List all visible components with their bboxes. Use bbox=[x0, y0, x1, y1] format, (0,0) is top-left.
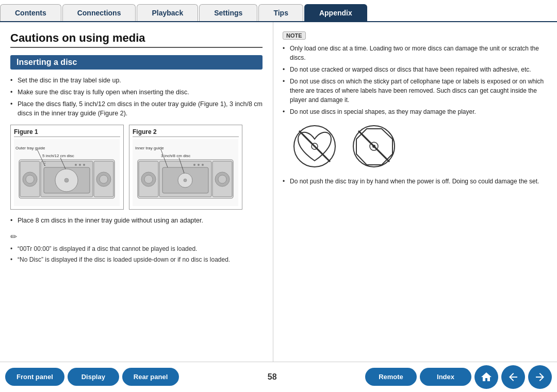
bottom-navigation: Front panel Display Rear panel 58 Remote… bbox=[0, 362, 557, 391]
svg-point-25 bbox=[218, 175, 226, 183]
instruction-list: Set the disc in the tray label side up. … bbox=[10, 76, 263, 118]
left-column: Cautions on using media Inserting a disc… bbox=[0, 22, 273, 362]
forward-button[interactable] bbox=[528, 365, 552, 389]
tab-contents[interactable]: Contents bbox=[0, 4, 61, 21]
main-content: Cautions on using media Inserting a disc… bbox=[0, 22, 557, 362]
svg-text:5 inch/12 cm disc: 5 inch/12 cm disc bbox=[42, 154, 74, 158]
section-title: Inserting a disc bbox=[10, 55, 263, 70]
instruction-item-1: Set the disc in the tray label side up. bbox=[10, 76, 263, 86]
figure-1-label: Figure 1 bbox=[14, 128, 120, 137]
top-navigation: Contents Connections Playback Settings T… bbox=[0, 0, 557, 22]
tab-settings[interactable]: Settings bbox=[199, 4, 257, 21]
figure-1: Figure 1 bbox=[10, 125, 124, 210]
adapter-note-item: Place 8 cm discs in the inner tray guide… bbox=[10, 216, 263, 226]
note-bullet-2: Do not use cracked or warped discs or di… bbox=[283, 65, 548, 74]
display-note-1: “00Tr 00:00” is displayed if a disc that… bbox=[10, 245, 263, 253]
index-button[interactable]: Index bbox=[420, 368, 471, 386]
instruction-item-3: Place the discs flatly, 5 inch/12 cm dis… bbox=[10, 99, 263, 119]
figure-2-diagram: Inner tray guide 3 inch/8 cm disc bbox=[133, 139, 238, 206]
instruction-item-2: Make sure the disc tray is fully open wh… bbox=[10, 88, 263, 97]
svg-point-22 bbox=[144, 175, 153, 183]
figure-2: Figure 2 bbox=[129, 125, 242, 210]
svg-point-16 bbox=[75, 164, 77, 166]
svg-point-10 bbox=[64, 178, 69, 182]
tab-tips[interactable]: Tips bbox=[258, 4, 303, 21]
back-button[interactable] bbox=[501, 365, 525, 389]
svg-point-35 bbox=[198, 164, 200, 166]
page-number: 58 bbox=[182, 372, 362, 382]
figure-2-label: Figure 2 bbox=[133, 128, 239, 137]
remote-button[interactable]: Remote bbox=[365, 368, 417, 386]
adapter-note-list: Place 8 cm discs in the inner tray guide… bbox=[10, 216, 263, 226]
note-bullet-4: Do not use discs in special shapes, as t… bbox=[283, 107, 548, 116]
svg-point-17 bbox=[79, 164, 81, 166]
note-badge: NOTE bbox=[283, 31, 306, 40]
svg-line-40 bbox=[299, 131, 330, 162]
display-note-2: “No Disc” is displayed if the disc is lo… bbox=[10, 255, 263, 264]
home-icon bbox=[480, 371, 493, 383]
pencil-icon: ✏ bbox=[10, 232, 263, 242]
right-column: NOTE Only load one disc at a time. Loadi… bbox=[273, 22, 557, 362]
display-notes-list: “00Tr 00:00” is displayed if a disc that… bbox=[10, 245, 263, 265]
home-button[interactable] bbox=[474, 365, 498, 389]
tab-playback[interactable]: Playback bbox=[137, 4, 198, 21]
figure-1-diagram: Outer tray guide 5 inch/12 cm disc bbox=[14, 139, 120, 206]
tab-connections[interactable]: Connections bbox=[62, 4, 136, 21]
svg-point-18 bbox=[83, 164, 85, 166]
prohibited-icons-row bbox=[293, 125, 548, 168]
no-octagon-disc-icon bbox=[352, 125, 396, 168]
page-title: Cautions on using media bbox=[10, 31, 263, 48]
no-heart-disc-icon bbox=[293, 125, 337, 168]
note-bullet-1: Only load one disc at a time. Loading tw… bbox=[283, 44, 548, 62]
svg-point-3 bbox=[26, 175, 34, 183]
svg-text:Outer tray guide: Outer tray guide bbox=[15, 146, 45, 150]
push-note-list: Do not push the disc tray in by hand whe… bbox=[283, 177, 548, 186]
note-bullet-3: Do not use discs on which the sticky par… bbox=[283, 77, 548, 105]
svg-line-46 bbox=[358, 131, 389, 162]
svg-text:Inner tray guide: Inner tray guide bbox=[135, 146, 164, 150]
svg-point-36 bbox=[202, 164, 204, 166]
rear-panel-button[interactable]: Rear panel bbox=[122, 368, 179, 386]
svg-point-29 bbox=[184, 179, 187, 182]
svg-point-6 bbox=[100, 175, 108, 183]
front-panel-button[interactable]: Front panel bbox=[5, 368, 64, 386]
back-arrow-icon bbox=[507, 371, 519, 383]
tab-appendix[interactable]: Appendix bbox=[304, 4, 367, 21]
svg-point-34 bbox=[193, 164, 195, 166]
push-note-item: Do not push the disc tray in by hand whe… bbox=[283, 177, 548, 186]
svg-text:3 inch/8 cm disc: 3 inch/8 cm disc bbox=[161, 154, 190, 158]
note-bullets: Only load one disc at a time. Loading tw… bbox=[283, 44, 548, 116]
figures-row: Figure 1 bbox=[10, 125, 263, 210]
forward-arrow-icon bbox=[534, 371, 546, 383]
display-button[interactable]: Display bbox=[68, 368, 119, 386]
